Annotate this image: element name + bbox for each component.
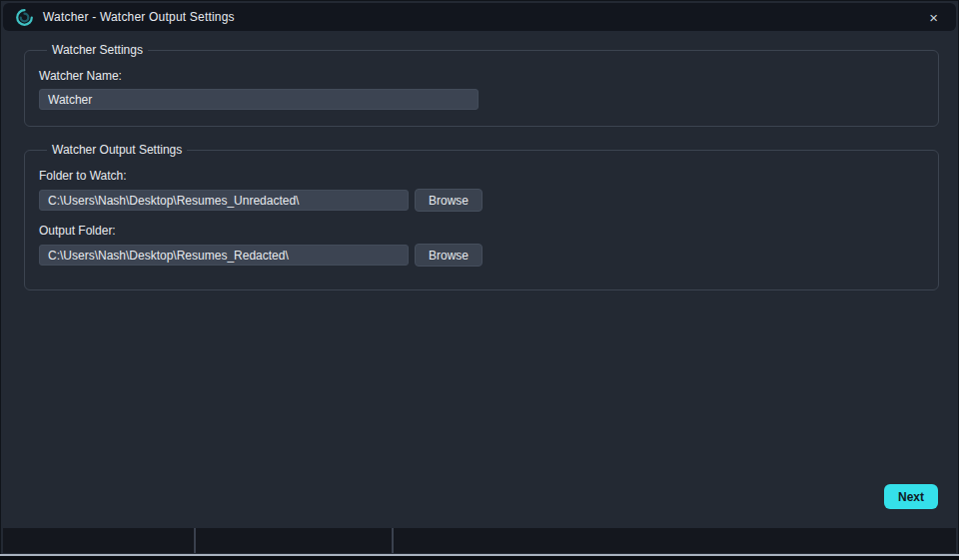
status-pane-1 <box>3 528 194 553</box>
status-pane-2 <box>196 528 392 553</box>
status-bar <box>3 528 956 553</box>
browse-output-folder-button[interactable]: Browse <box>415 244 482 267</box>
next-button[interactable]: Next <box>884 484 938 509</box>
window-title: Watcher - Watcher Output Settings <box>43 10 235 24</box>
browse-watch-folder-button[interactable]: Browse <box>415 189 482 212</box>
folder-to-watch-input[interactable] <box>39 190 409 211</box>
watcher-settings-group: Watcher Settings Watcher Name: <box>24 43 939 127</box>
watcher-output-settings-legend: Watcher Output Settings <box>47 143 187 157</box>
app-logo-swirl-icon <box>15 8 34 27</box>
output-folder-row: Browse <box>39 244 924 267</box>
watcher-name-input[interactable] <box>39 89 479 110</box>
screen-bottom-gap <box>0 556 959 560</box>
close-icon[interactable]: × <box>923 8 944 27</box>
main-content: Watcher Settings Watcher Name: Watcher O… <box>3 31 956 525</box>
watcher-output-settings-group: Watcher Output Settings Folder to Watch:… <box>24 143 939 290</box>
status-pane-3 <box>394 528 956 553</box>
output-folder-label: Output Folder: <box>39 224 924 238</box>
app-window: Watcher - Watcher Output Settings × Watc… <box>0 0 959 557</box>
output-folder-input[interactable] <box>39 245 409 266</box>
folder-to-watch-row: Browse <box>39 189 924 212</box>
title-bar: Watcher - Watcher Output Settings × <box>3 3 956 31</box>
watcher-settings-legend: Watcher Settings <box>47 43 148 57</box>
watcher-name-label: Watcher Name: <box>39 69 924 83</box>
folder-to-watch-label: Folder to Watch: <box>39 169 924 183</box>
